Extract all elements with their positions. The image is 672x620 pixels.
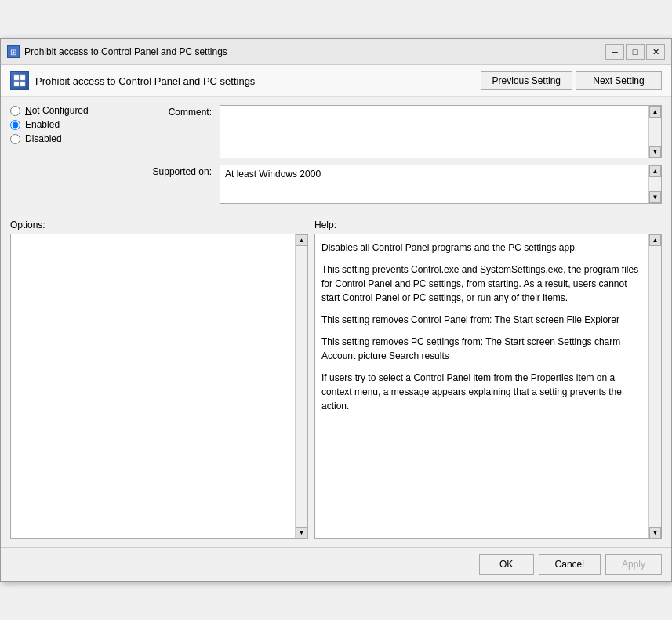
title-bar-left: ⊞ Prohibit access to Control Panel and P… [7, 45, 227, 58]
help-scroll-track[interactable] [649, 246, 661, 527]
close-button[interactable]: ✕ [646, 44, 665, 60]
comment-box: ▲ ▼ [220, 105, 662, 158]
supported-row: Supported on: At least Windows 2000 ▲ ▼ [141, 165, 662, 204]
settings-row: Not Configured Enabled Disabled Comment: [10, 105, 662, 210]
scroll-up-btn[interactable]: ▲ [649, 106, 661, 118]
title-bar: ⊞ Prohibit access to Control Panel and P… [1, 39, 671, 65]
enabled-option[interactable]: Enabled [10, 119, 132, 130]
svg-rect-0 [14, 75, 19, 80]
apply-button[interactable]: Apply [605, 554, 662, 575]
header-title: Prohibit access to Control Panel and PC … [35, 75, 255, 87]
header-left: Prohibit access to Control Panel and PC … [10, 71, 255, 90]
options-content [11, 234, 295, 538]
maximize-button[interactable]: □ [626, 44, 645, 60]
ok-button[interactable]: OK [479, 554, 534, 575]
not-configured-label: Not Configured [25, 105, 89, 116]
disabled-label: Disabled [25, 133, 62, 144]
comment-input[interactable] [220, 106, 648, 158]
options-label: Options: [10, 219, 308, 230]
options-panel: Options: ▲ ▼ [10, 219, 308, 539]
help-paragraph: If users try to select a Control Panel i… [321, 371, 642, 413]
supported-scroll-down[interactable]: ▼ [649, 191, 661, 203]
supported-scroll-up[interactable]: ▲ [649, 165, 661, 177]
options-scrollbar[interactable]: ▲ ▼ [295, 234, 307, 538]
prev-setting-button[interactable]: Previous Setting [481, 71, 572, 90]
svg-rect-1 [20, 75, 25, 80]
svg-rect-3 [20, 82, 25, 86]
help-paragraph: This setting removes PC settings from: T… [321, 335, 642, 363]
svg-rect-2 [14, 82, 19, 86]
supported-label: Supported on: [141, 165, 212, 177]
comment-field-wrapper: ▲ ▼ [220, 105, 662, 158]
content-area: Not Configured Enabled Disabled Comment: [1, 97, 671, 547]
title-controls: ─ □ ✕ [605, 44, 665, 60]
options-scroll-down[interactable]: ▼ [296, 527, 307, 538]
window-title: Prohibit access to Control Panel and PC … [24, 46, 227, 57]
disabled-option[interactable]: Disabled [10, 133, 132, 144]
options-box: ▲ ▼ [10, 234, 308, 539]
supported-scrollbar[interactable]: ▲ ▼ [648, 165, 661, 203]
help-scroll-down[interactable]: ▼ [649, 527, 661, 538]
help-label: Help: [314, 219, 662, 230]
help-scroll-up[interactable]: ▲ [649, 234, 661, 246]
bottom-panels: Options: ▲ ▼ Help: Disables all Control [10, 219, 662, 539]
radio-group: Not Configured Enabled Disabled [10, 105, 132, 210]
scroll-down-btn[interactable]: ▼ [649, 146, 661, 158]
help-paragraph: This setting prevents Control.exe and Sy… [321, 263, 642, 305]
enabled-radio[interactable] [10, 120, 20, 130]
minimize-button[interactable]: ─ [605, 44, 624, 60]
help-content: Disables all Control Panel programs and … [315, 234, 648, 538]
next-setting-button[interactable]: Next Setting [576, 71, 662, 90]
not-configured-option[interactable]: Not Configured [10, 105, 132, 116]
comment-row: Comment: ▲ ▼ [141, 105, 662, 158]
radio-options: Not Configured Enabled Disabled [10, 105, 132, 144]
help-paragraph: This setting removes Control Panel from:… [321, 313, 642, 327]
window-icon: ⊞ [7, 45, 20, 58]
supported-scroll-track[interactable] [649, 177, 661, 191]
options-scroll-up[interactable]: ▲ [296, 234, 307, 246]
disabled-radio[interactable] [10, 134, 20, 144]
not-configured-radio[interactable] [10, 106, 20, 116]
help-scrollbar[interactable]: ▲ ▼ [648, 234, 661, 538]
header-buttons: Previous Setting Next Setting [481, 71, 662, 90]
help-paragraph: Disables all Control Panel programs and … [321, 241, 642, 255]
header-icon [10, 71, 29, 90]
comment-scrollbar[interactable]: ▲ ▼ [648, 106, 661, 158]
footer: OK Cancel Apply [1, 547, 671, 581]
help-panel: Help: Disables all Control Panel program… [314, 219, 662, 539]
comment-label: Comment: [141, 105, 212, 118]
supported-box: At least Windows 2000 ▲ ▼ [220, 165, 662, 204]
settings-right: Comment: ▲ ▼ Supported on: [141, 105, 662, 210]
scroll-track-comment[interactable] [649, 118, 661, 146]
header-bar: Prohibit access to Control Panel and PC … [1, 65, 671, 97]
cancel-button[interactable]: Cancel [539, 554, 601, 575]
options-scroll-track[interactable] [296, 246, 307, 527]
supported-field-wrapper: At least Windows 2000 ▲ ▼ [220, 165, 662, 204]
enabled-label: Enabled [25, 119, 60, 130]
help-box: Disables all Control Panel programs and … [314, 234, 662, 539]
supported-value: At least Windows 2000 [220, 165, 648, 203]
main-window: ⊞ Prohibit access to Control Panel and P… [0, 38, 672, 582]
